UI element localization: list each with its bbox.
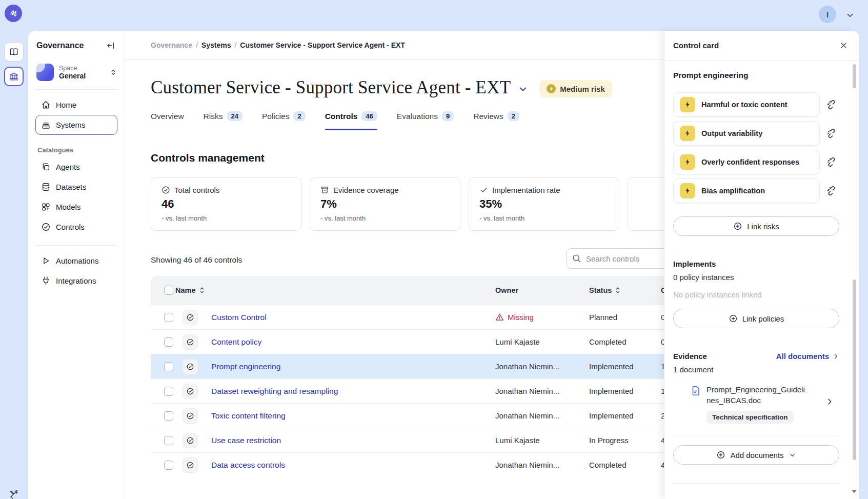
tab-policies[interactable]: Policies 2 (262, 111, 306, 130)
document-item[interactable]: Prompt_Engineering_Guidelines_IBCAS.doc … (690, 384, 834, 424)
risk-chip[interactable]: Overly confident responses (673, 150, 820, 174)
sidebar-item-integrations[interactable]: Integrations (35, 271, 117, 291)
row-checkbox[interactable] (164, 436, 173, 445)
app-logo[interactable] (5, 5, 22, 22)
control-name-link[interactable]: Custom Control (204, 313, 495, 322)
status-text: Completed (589, 337, 661, 346)
sidebar-item-label: Models (56, 203, 80, 211)
evidence-heading: Evidence (673, 352, 707, 361)
risk-bolt-icon (680, 154, 695, 170)
tab-label: Evaluations (397, 112, 438, 121)
link-risks-button[interactable]: Link risks (673, 216, 839, 236)
user-menu-chevron-down-icon[interactable] (845, 11, 855, 20)
row-checkbox[interactable] (164, 337, 173, 347)
unlink-icon[interactable] (826, 99, 837, 110)
panel-scrollbar-thumb[interactable] (853, 64, 856, 88)
risk-chip[interactable]: Harmful or toxic content (673, 92, 820, 117)
column-header-owner[interactable]: Owner (495, 286, 589, 294)
tab-risks[interactable]: Risks 24 (204, 111, 243, 130)
select-all-checkbox[interactable] (164, 286, 173, 295)
no-policy-instances-text: No policy instances linked (673, 290, 851, 299)
breadcrumb-governance[interactable]: Governance (151, 41, 192, 49)
link-policies-button[interactable]: Link policies (673, 309, 839, 328)
risk-chip[interactable]: Bias amplification (673, 178, 820, 203)
control-name-link[interactable]: Data access controls (204, 461, 495, 470)
add-documents-button[interactable]: Add documents (673, 445, 839, 465)
control-name-link[interactable]: Toxic content filtering (204, 411, 495, 421)
tab-controls[interactable]: Controls 46 (325, 111, 377, 130)
table-row[interactable]: Content policy Lumi Kajaste Completed 0 (151, 329, 695, 354)
risk-badge[interactable]: Medium risk (539, 80, 612, 97)
status-text: In Progress (589, 436, 661, 445)
tab-reviews[interactable]: Reviews 2 (473, 111, 519, 130)
column-header-name[interactable]: Name (175, 286, 196, 294)
sidebar-item-controls[interactable]: Controls (35, 217, 117, 237)
owner-text: Jonathan Niemin... (495, 362, 589, 371)
column-header-status[interactable]: Status (589, 286, 612, 294)
control-name-link[interactable]: Content policy (204, 337, 495, 347)
archive-box-icon (320, 186, 329, 194)
tab-label: Policies (262, 112, 289, 121)
check-circle-icon (162, 186, 170, 194)
chevron-right-icon[interactable] (825, 397, 834, 406)
unlink-icon[interactable] (826, 185, 837, 196)
control-name-link[interactable]: Use case restriction (204, 436, 495, 445)
search-icon (572, 253, 581, 263)
table-row[interactable]: Use case restriction Lumi Kajaste In Pro… (151, 428, 695, 452)
row-checkbox[interactable] (164, 461, 173, 470)
panel-title: Control card (673, 41, 719, 50)
table-row[interactable]: Custom Control Missing Planned 0 (151, 305, 695, 329)
table-row[interactable]: Toxic content filtering Jonathan Niemin.… (151, 403, 695, 428)
unlink-icon[interactable] (826, 156, 837, 168)
checkmark-icon (479, 186, 488, 194)
risk-chip-row: Overly confident responses (673, 150, 832, 174)
owner-text: Jonathan Niemin... (495, 411, 589, 420)
risk-chip-label: Output variability (701, 129, 762, 137)
space-name: General (59, 72, 109, 80)
tools-rail-button[interactable] (0, 490, 28, 499)
sidebar-item-models[interactable]: Models (35, 197, 117, 217)
space-selector[interactable]: Space General (36, 64, 117, 81)
row-checkbox[interactable] (164, 313, 173, 322)
governance-rail-button[interactable] (4, 67, 24, 86)
book-icon (9, 47, 19, 57)
docs-rail-button[interactable] (4, 42, 24, 62)
control-name-link[interactable]: Dataset reweighting and resampling (204, 387, 495, 396)
sort-icon[interactable] (199, 287, 205, 294)
risk-chip-label: Harmful or toxic content (701, 101, 788, 109)
row-checkbox[interactable] (164, 387, 173, 396)
row-checkbox[interactable] (164, 362, 173, 371)
table-row[interactable]: Dataset reweighting and resampling Jonat… (151, 378, 695, 403)
close-icon[interactable] (839, 41, 848, 50)
risk-bolt-icon (680, 126, 695, 141)
tab-evaluations[interactable]: Evaluations 9 (397, 111, 454, 130)
sidebar-item-agents[interactable]: Agents (35, 157, 117, 177)
control-name-link[interactable]: Prompt engineering (204, 362, 495, 371)
all-documents-link[interactable]: All documents (776, 352, 839, 361)
row-checkbox[interactable] (164, 411, 173, 421)
risk-chip[interactable]: Output variability (673, 121, 820, 146)
tab-count-badge: 24 (227, 111, 243, 121)
breadcrumb-current: Customer Service - Support Service Agent… (240, 41, 405, 49)
table-row-selected[interactable]: Prompt engineering Jonathan Niemin... Im… (151, 354, 695, 378)
tab-overview[interactable]: Overview (151, 111, 184, 130)
bank-icon (9, 71, 19, 82)
sort-icon[interactable] (615, 287, 621, 294)
sidebar-item-systems[interactable]: Systems (35, 115, 117, 135)
scrollbar-down-arrow[interactable] (852, 490, 857, 493)
chevron-right-icon (832, 353, 839, 360)
sidebar-item-home[interactable]: Home (35, 95, 117, 115)
sidebar-collapse-icon[interactable] (106, 41, 115, 50)
sidebar-item-label: Controls (56, 223, 85, 231)
sidebar-item-datasets[interactable]: Datasets (35, 177, 117, 197)
document-filename[interactable]: Prompt_Engineering_Guidelines_IBCAS.doc (706, 384, 809, 406)
table-row[interactable]: Data access controls Jonathan Niemin... … (151, 452, 695, 477)
risk-bolt-icon (680, 97, 695, 112)
status-text: Completed (589, 461, 661, 469)
unlink-icon[interactable] (826, 128, 837, 139)
panel-scrollbar-thumb[interactable] (853, 280, 856, 460)
user-avatar[interactable]: I (819, 6, 836, 23)
title-chevron-down-icon[interactable] (518, 84, 528, 94)
breadcrumb-systems[interactable]: Systems (201, 41, 231, 49)
sidebar-item-automations[interactable]: Automations (35, 251, 117, 271)
